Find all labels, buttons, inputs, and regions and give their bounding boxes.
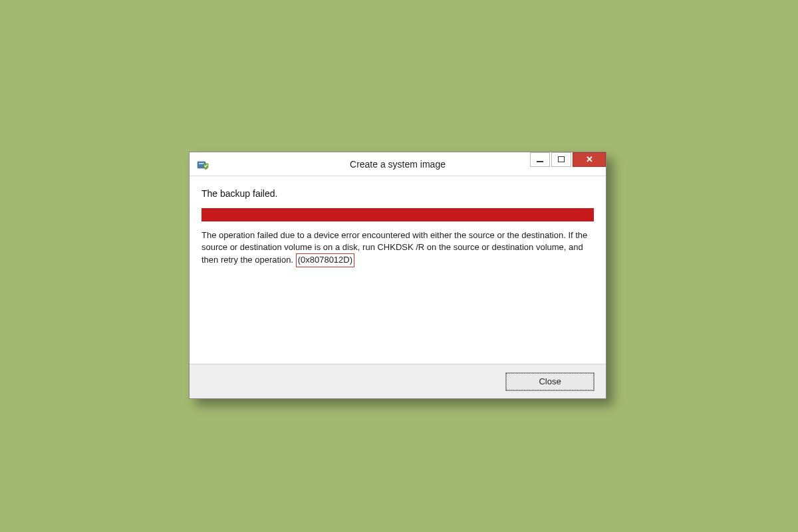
close-icon: ✕ [586, 155, 593, 164]
error-progress-bar [201, 208, 594, 221]
close-button[interactable]: Close [506, 373, 594, 390]
maximize-button[interactable] [551, 152, 571, 167]
error-code: (0x8078012D) [296, 253, 354, 267]
status-text: The backup failed. [201, 188, 594, 199]
minimize-icon [537, 161, 543, 162]
dialog-footer: Close [190, 364, 606, 398]
titlebar[interactable]: Create a system image ✕ [190, 152, 606, 176]
window-controls: ✕ [530, 152, 606, 168]
error-message-text: The operation failed due to a device err… [201, 230, 587, 265]
minimize-button[interactable] [530, 152, 550, 167]
dialog-body: The backup failed. The operation failed … [190, 176, 606, 376]
backup-shield-icon [196, 158, 209, 171]
system-image-dialog: Create a system image ✕ The backup faile… [189, 152, 606, 399]
maximize-icon [558, 156, 565, 162]
close-window-button[interactable]: ✕ [573, 152, 606, 167]
error-description: The operation failed due to a device err… [201, 229, 594, 267]
